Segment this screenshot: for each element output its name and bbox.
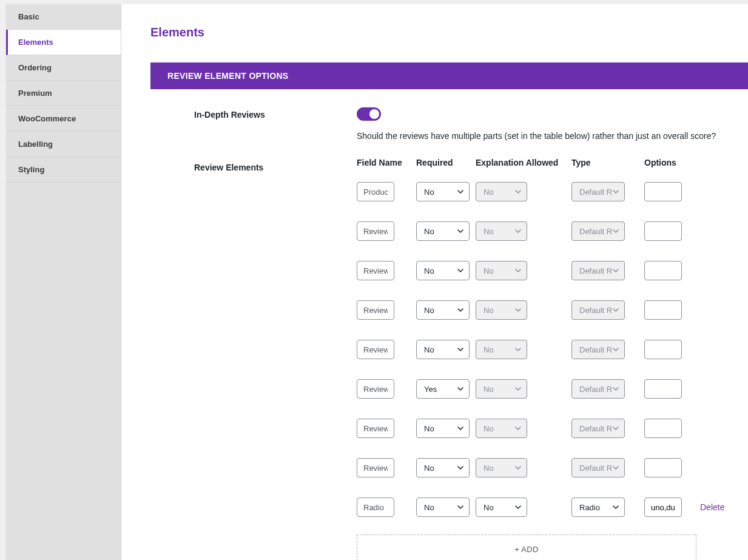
explanation-select: No xyxy=(476,340,527,359)
explanation-select: No xyxy=(476,419,527,438)
type-select: Default R xyxy=(571,221,625,241)
sidebar-item-styling[interactable]: Styling xyxy=(6,157,121,183)
sidebar-item-elements[interactable]: Elements xyxy=(6,30,121,55)
options-input[interactable] xyxy=(644,182,682,201)
chevron-down-icon xyxy=(612,385,619,393)
field-name-input[interactable] xyxy=(357,379,394,399)
table-row: NoNoDefault R xyxy=(357,419,748,438)
field-name-input[interactable] xyxy=(357,261,394,280)
table-row: YesNoDefault R xyxy=(357,379,748,399)
chevron-down-icon xyxy=(612,425,619,432)
chevron-down-icon xyxy=(457,464,464,471)
options-input[interactable] xyxy=(644,300,682,320)
options-input[interactable] xyxy=(644,379,682,399)
chevron-down-icon xyxy=(612,306,619,314)
explanation-select: No xyxy=(476,458,527,477)
sidebar-item-premium[interactable]: Premium xyxy=(6,81,121,106)
col-field-name: Field Name xyxy=(357,158,416,167)
field-name-input[interactable] xyxy=(357,458,394,477)
col-type: Type xyxy=(571,158,644,167)
chevron-down-icon xyxy=(514,306,522,314)
table-header: Field Name Required Explanation Allowed … xyxy=(357,158,748,167)
explanation-select: No xyxy=(476,182,527,201)
required-select[interactable]: No xyxy=(416,182,470,201)
field-name-input[interactable] xyxy=(357,419,394,438)
main-content: Elements REVIEW ELEMENT OPTIONS In-Depth… xyxy=(121,4,748,560)
setting-description: Should the reviews have multiple parts (… xyxy=(357,131,748,141)
explanation-select: No xyxy=(476,379,527,399)
options-input[interactable] xyxy=(644,221,682,241)
required-select[interactable]: No xyxy=(416,419,470,438)
chevron-down-icon xyxy=(514,504,522,511)
required-select[interactable]: No xyxy=(416,300,470,320)
chevron-down-icon xyxy=(612,346,619,353)
chevron-down-icon xyxy=(612,267,619,274)
col-options: Options xyxy=(644,158,693,167)
required-select[interactable]: Yes xyxy=(416,379,470,399)
table-row: NoNoDefault R xyxy=(357,458,748,477)
options-input[interactable] xyxy=(644,458,682,477)
required-select[interactable]: No xyxy=(416,498,470,517)
review-elements-table: Field Name Required Explanation Allowed … xyxy=(357,158,748,560)
required-select[interactable]: No xyxy=(416,340,470,359)
in-depth-toggle[interactable] xyxy=(357,107,381,121)
options-input[interactable] xyxy=(644,340,682,359)
chevron-down-icon xyxy=(612,188,619,195)
explanation-select[interactable]: No xyxy=(476,498,527,517)
delete-row-link[interactable]: Delete xyxy=(693,502,724,512)
sidebar-item-basic[interactable]: Basic xyxy=(6,4,121,30)
chevron-down-icon xyxy=(457,385,464,393)
chevron-down-icon xyxy=(514,425,522,432)
sidebar-item-labelling[interactable]: Labelling xyxy=(6,132,121,157)
chevron-down-icon xyxy=(457,228,464,235)
type-select: Default R xyxy=(571,340,625,359)
table-row: NoNoDefault R xyxy=(357,221,748,241)
explanation-select: No xyxy=(476,300,527,320)
panel-header: REVIEW ELEMENT OPTIONS xyxy=(150,62,748,89)
type-select: Default R xyxy=(571,300,625,320)
settings-sidebar: BasicElementsOrderingPremiumWooCommerceL… xyxy=(6,4,121,560)
sidebar-item-ordering[interactable]: Ordering xyxy=(6,55,121,81)
field-name-input[interactable] xyxy=(357,221,394,241)
field-name-input[interactable] xyxy=(357,300,394,320)
chevron-down-icon xyxy=(514,228,522,235)
chevron-down-icon xyxy=(514,188,522,195)
chevron-down-icon xyxy=(457,267,464,274)
table-row: NoNoDefault R xyxy=(357,182,748,201)
chevron-down-icon xyxy=(457,188,464,195)
chevron-down-icon xyxy=(612,228,619,235)
panel-review-element-options: REVIEW ELEMENT OPTIONS In-Depth Reviews … xyxy=(150,62,748,560)
panel-body: In-Depth Reviews Should the reviews have… xyxy=(150,89,748,560)
field-name-input[interactable] xyxy=(357,182,394,201)
required-select[interactable]: No xyxy=(416,458,470,477)
options-input[interactable] xyxy=(644,261,682,280)
setting-control: Should the reviews have multiple parts (… xyxy=(357,107,748,141)
sidebar-item-woocommerce[interactable]: WooCommerce xyxy=(6,106,121,132)
explanation-select: No xyxy=(476,221,527,241)
required-select[interactable]: No xyxy=(416,261,470,280)
type-select: Default R xyxy=(571,261,625,280)
add-row-button[interactable]: + ADD xyxy=(357,535,696,560)
chevron-down-icon xyxy=(457,306,464,314)
type-select[interactable]: Radio xyxy=(571,498,625,517)
chevron-down-icon xyxy=(514,346,522,353)
table-row: NoNoDefault R xyxy=(357,261,748,280)
setting-label: Review Elements xyxy=(194,160,357,172)
type-select: Default R xyxy=(571,419,625,438)
table-row: NoNoDefault R xyxy=(357,300,748,320)
chevron-down-icon xyxy=(514,385,522,393)
chevron-down-icon xyxy=(457,504,464,511)
field-name-input[interactable] xyxy=(357,340,394,359)
col-explanation: Explanation Allowed xyxy=(476,158,571,167)
options-input[interactable] xyxy=(644,498,682,517)
required-select[interactable]: No xyxy=(416,221,470,241)
table-row: NoNoRadioDelete xyxy=(357,498,748,517)
setting-label: In-Depth Reviews xyxy=(194,107,357,120)
chevron-down-icon xyxy=(457,346,464,353)
chevron-down-icon xyxy=(457,425,464,432)
toggle-knob xyxy=(369,109,379,119)
chevron-down-icon xyxy=(612,504,619,511)
field-name-input[interactable] xyxy=(357,498,394,517)
setting-in-depth-reviews: In-Depth Reviews Should the reviews have… xyxy=(194,107,748,141)
options-input[interactable] xyxy=(644,419,682,438)
